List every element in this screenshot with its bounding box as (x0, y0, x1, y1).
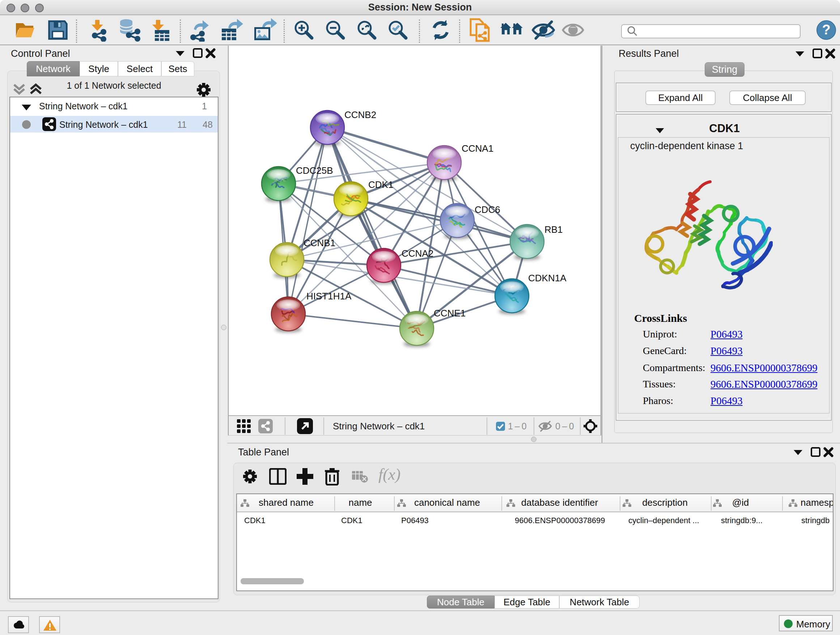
svg-text:CCNA1: CCNA1 (462, 143, 493, 154)
svg-text:HIST1H1A: HIST1H1A (306, 291, 352, 302)
svg-text:CCNA2: CCNA2 (401, 248, 433, 259)
svg-text:?: ? (822, 22, 830, 37)
svg-text:CDC25B: CDC25B (296, 165, 333, 176)
svg-text:CCNB2: CCNB2 (344, 109, 376, 120)
svg-text:CDKN1A: CDKN1A (528, 272, 567, 283)
svg-text:CDC6: CDC6 (475, 204, 500, 215)
svg-text:CCNE1: CCNE1 (434, 308, 466, 318)
svg-text:CDK1: CDK1 (368, 179, 393, 190)
svg-text:CCNB1: CCNB1 (303, 238, 335, 249)
svg-text:RB1: RB1 (545, 224, 563, 235)
